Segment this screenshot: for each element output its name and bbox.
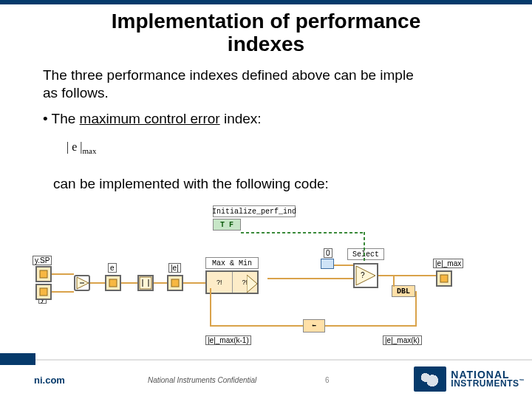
footer-separator (0, 359, 532, 361)
title-line-2: indexes (228, 33, 304, 55)
svg-rect-0 (40, 270, 47, 278)
node-abse-label: |e| (168, 263, 181, 273)
node-zero (321, 259, 334, 269)
logo-line2: INSTRUMENTS (451, 378, 519, 389)
wire (378, 275, 436, 276)
wire (267, 278, 353, 279)
node-abs (137, 275, 154, 291)
ni-logo-text: NATIONAL INSTRUMENTS™ (451, 370, 525, 388)
ni-eagle-icon (414, 366, 446, 392)
wire-bool (364, 232, 365, 263)
slide: Implementation of performance indexes Th… (0, 0, 532, 399)
node-y (35, 284, 52, 300)
svg-marker-10 (356, 266, 375, 285)
wire (183, 282, 205, 284)
top-accent-bar (0, 0, 532, 4)
logo-tm: ™ (519, 378, 525, 383)
node-select-label: Select (347, 248, 384, 260)
numeric-icon (109, 279, 117, 287)
site-label: ni.com (34, 375, 65, 386)
intro-text: The three performance indexes defined ab… (43, 66, 525, 102)
node-abse (167, 275, 183, 291)
numeric-icon (39, 270, 48, 279)
abs-icon (139, 276, 152, 290)
node-emax-label: |e|_max (433, 259, 463, 268)
node-emaxk1-label: |e|_max(k-1) (205, 335, 251, 345)
confidential-label: National Instruments Confidential (148, 376, 256, 384)
select-icon: ? (355, 265, 377, 287)
node-e (105, 275, 121, 291)
intro-line-2: as follows. (43, 85, 109, 100)
node-subtract (74, 275, 90, 291)
footer-accent (0, 353, 35, 365)
node-tf: T F (213, 219, 241, 231)
bullet-suffix: index: (220, 111, 262, 126)
node-zero-label: 0 (324, 248, 332, 258)
labview-diagram: y.SP y e |e| Initializ (22, 205, 510, 346)
wire (90, 282, 105, 284)
node-shiftreg: ⬅ (303, 319, 325, 332)
wire (325, 325, 417, 327)
node-dbl: DBL (392, 285, 415, 297)
node-e-label: e (108, 263, 117, 273)
node-ysp-label: y.SP (33, 256, 52, 265)
wire (393, 275, 395, 287)
page-number: 6 (325, 376, 330, 384)
slide-title: Implementation of performance indexes (0, 10, 532, 56)
wire-bool (241, 232, 365, 233)
bullet-prefix: • The (43, 111, 80, 126)
node-emax (436, 270, 452, 287)
wire (121, 282, 137, 284)
node-emaxk-label: |e|_max(k) (383, 335, 422, 345)
node-init-label: Initialize_perf_ind (213, 205, 296, 217)
title-line-1: Implementation of performance (112, 10, 421, 33)
wire (210, 288, 211, 327)
svg-rect-5 (140, 277, 151, 289)
wire (210, 325, 303, 327)
svg-rect-12 (440, 275, 448, 282)
minus-icon (75, 276, 89, 290)
node-ysp (35, 266, 52, 282)
wire (334, 265, 353, 266)
numeric-icon (440, 274, 449, 283)
numeric-icon (171, 279, 180, 287)
node-maxmin: ?! ?! (205, 270, 259, 294)
ni-logo: NATIONAL INSTRUMENTS™ (414, 366, 525, 392)
svg-rect-1 (40, 288, 47, 296)
svg-rect-4 (109, 279, 117, 287)
implementation-text: can be implemented with the following co… (53, 176, 329, 192)
wire (52, 273, 74, 275)
svg-marker-9 (247, 275, 257, 293)
bullet-1: • The maximum control error index: (43, 111, 262, 127)
formula-e-max: | e |max (66, 140, 114, 158)
intro-line-1: The three performance indexes defined ab… (43, 67, 414, 83)
wire (52, 291, 74, 293)
formula-main: | e | (66, 140, 83, 153)
svg-rect-8 (171, 279, 179, 287)
numeric-icon (39, 287, 48, 296)
formula-sub: max (83, 146, 97, 155)
triangle-icon (247, 275, 259, 293)
bullet-underline: maximum control error (80, 111, 220, 126)
node-select: ? (353, 263, 378, 288)
svg-text:?: ? (361, 271, 365, 279)
node-maxmin-label: Max & Min (205, 257, 259, 269)
wire (154, 282, 167, 284)
wire (415, 291, 417, 327)
